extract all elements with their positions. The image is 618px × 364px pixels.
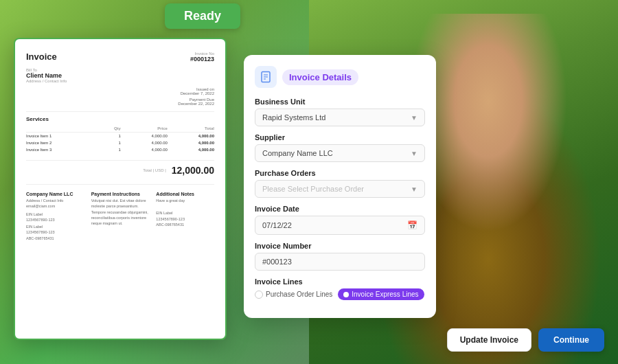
business-unit-arrow: ▼: [411, 114, 417, 122]
supplier-field: Supplier Company Name LLC ▼: [255, 133, 425, 162]
invoice-express-lines-label: Invoice Express Lines: [352, 291, 418, 298]
invoice-date-label: Invoice Date: [255, 205, 425, 213]
supplier-select[interactable]: Company Name LLC ▼: [255, 144, 425, 162]
panel-icon: [255, 66, 277, 88]
footer-notes-text: Have a great day: [156, 198, 214, 203]
supplier-value: Company Name LLC: [262, 149, 333, 157]
supplier-arrow: ▼: [411, 150, 417, 157]
invoice-date-value: 07/12/22: [262, 221, 292, 229]
purchase-order-lines-option[interactable]: Purchase Order Lines: [255, 288, 332, 300]
purchase-order-lines-radio[interactable]: [255, 291, 263, 299]
item-name: Invoice Item 2: [26, 139, 101, 146]
item-price: 4,000.00: [121, 139, 168, 146]
footer-id5: ABC-098765431: [156, 222, 214, 227]
col-header-qty: Qty: [101, 125, 121, 133]
invoice-lines-options: Purchase Order Lines Invoice Express Lin…: [255, 288, 425, 300]
item-qty: 1: [101, 146, 121, 153]
item-price: 4,000.00: [121, 133, 168, 140]
calendar-icon: 📅: [407, 220, 417, 230]
invoice-number-value: #000123: [262, 258, 292, 266]
invoice-express-lines-radio: [343, 292, 349, 297]
footer-email: email@ciam.com: [26, 203, 84, 209]
business-unit-value: Rapid Systems Ltd: [262, 113, 325, 122]
table-row: Invoice Item 2 1 4,000.00 4,000.00: [26, 139, 214, 146]
payment-due: December 22, 2022: [26, 102, 214, 106]
total-value: 12,000.00: [172, 165, 214, 176]
business-unit-select[interactable]: Rapid Systems Ltd ▼: [255, 109, 425, 126]
item-qty: 1: [101, 133, 121, 140]
invoice-footer: Company Name LLC Address / Contact Info …: [26, 184, 214, 241]
invoice-paper: Invoice Invoice No #000123 Bill To Clien…: [14, 38, 227, 340]
item-total: 4,000.00: [168, 146, 214, 153]
item-price: 4,000.00: [121, 146, 168, 153]
update-invoice-button[interactable]: Update Invoice: [447, 328, 531, 352]
col-header-name: [26, 125, 101, 133]
footer-id2-val: 1234567890-123: [26, 229, 84, 235]
footer-notes-label: Additional Notes: [156, 192, 214, 196]
footer-id3: ABC-098765431: [26, 236, 84, 241]
item-total: 4,000.00: [168, 133, 214, 140]
footer-id1-val: 1234567890-123: [26, 217, 84, 223]
invoice-number-field: Invoice Number #000123: [255, 242, 425, 271]
item-name: Invoice Item 3: [26, 146, 101, 153]
purchase-orders-arrow: ▼: [411, 185, 417, 193]
purchase-order-lines-label: Purchase Order Lines: [266, 291, 332, 298]
supplier-label: Supplier: [255, 133, 425, 141]
document-icon: [260, 71, 272, 83]
purchase-orders-select[interactable]: Please Select Purchase Order ▼: [255, 180, 425, 198]
invoice-express-lines-option[interactable]: Invoice Express Lines: [338, 288, 424, 300]
footer-address: Address / Contact Info: [26, 198, 84, 203]
footer-id4-label: EIN Label: [156, 210, 214, 216]
table-row: Invoice Item 1 1 4,000.00 4,000.00: [26, 133, 214, 140]
total-label: Total | USD |: [143, 168, 165, 172]
invoice-title: Invoice: [26, 52, 57, 62]
col-header-total: Total: [168, 125, 214, 133]
business-unit-field: Business Unit Rapid Systems Ltd ▼: [255, 98, 425, 126]
item-qty: 1: [101, 139, 121, 146]
issued-date: December 7, 2022: [26, 91, 214, 95]
invoice-date-field: Invoice Date 07/12/22 📅: [255, 205, 425, 235]
continue-button[interactable]: Continue: [538, 328, 604, 352]
invoice-id-value: #000123: [190, 56, 214, 62]
invoice-lines-label: Invoice Lines: [255, 277, 425, 286]
invoice-lines-field: Invoice Lines Purchase Order Lines Invoi…: [255, 277, 425, 300]
invoice-date-input[interactable]: 07/12/22 📅: [255, 216, 425, 235]
ready-badge: Ready: [165, 3, 240, 29]
footer-company: Company Name LLC: [26, 192, 84, 196]
invoice-number-input[interactable]: #000123: [255, 253, 425, 271]
item-name: Invoice Item 1: [26, 133, 101, 140]
footer-id2-label: EIN Label: [26, 224, 84, 229]
purchase-orders-field: Purchase Orders Please Select Purchase O…: [255, 169, 425, 198]
panel-title: Invoice Details: [282, 69, 358, 85]
footer-id1-label: EIN Label: [26, 212, 84, 217]
client-name: Client Name: [26, 72, 214, 79]
services-label: Services: [26, 116, 214, 122]
purchase-orders-label: Purchase Orders: [255, 169, 425, 177]
table-row: Invoice Item 3 1 4,000.00 4,000.00: [26, 146, 214, 153]
footer-id4-val: 1234567890-123: [156, 216, 214, 222]
business-unit-label: Business Unit: [255, 98, 425, 106]
invoice-details-panel: Invoice Details Business Unit Rapid Syst…: [244, 55, 436, 318]
bottom-buttons: Update Invoice Continue: [447, 328, 604, 352]
services-table: Qty Price Total Invoice Item 1 1 4,000.0…: [26, 125, 214, 153]
purchase-orders-placeholder: Please Select Purchase Order: [262, 185, 364, 193]
col-header-price: Price: [121, 125, 168, 133]
item-total: 4,000.00: [168, 139, 214, 146]
invoice-number-label: Invoice Number: [255, 242, 425, 250]
footer-payment-label: Payment Instructions: [91, 192, 150, 196]
footer-payment-text: Volutpat nisi dut. Est vitae dolore mole…: [91, 198, 150, 226]
client-address: Address / Contact Info: [26, 79, 214, 83]
